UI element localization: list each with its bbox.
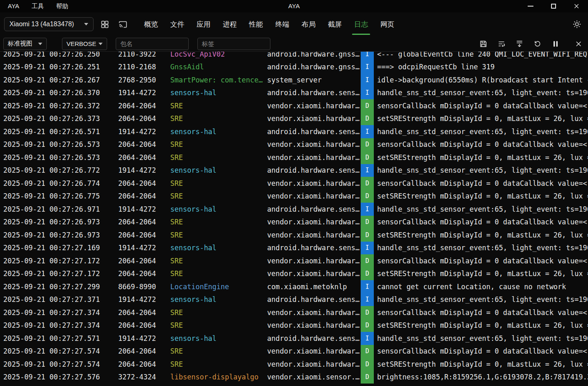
close-button[interactable] <box>565 0 588 12</box>
log-row[interactable]: 2025-09-21 00:27:26.774 2064-2064 SRE ve… <box>0 177 588 190</box>
window-title: AYA <box>0 0 588 12</box>
tab-performance[interactable]: 性能 <box>243 12 269 36</box>
log-pid-tid: 2064-2064 <box>115 231 167 239</box>
log-package: vendor.xiaomi.hardwar… <box>264 321 361 329</box>
log-row[interactable]: 2025-09-21 00:27:27.571 1914-4272 sensor… <box>0 332 588 345</box>
log-row[interactable]: 2025-09-21 00:27:27.172 2064-2064 SRE ve… <box>0 267 588 281</box>
log-row[interactable]: 2025-09-21 00:27:26.772 1914-4272 sensor… <box>0 164 588 177</box>
menu-aya[interactable]: AYA <box>2 0 25 12</box>
clear-log-button[interactable] <box>572 38 585 50</box>
log-message: sensorCallback mDisplayId = 0 dataCallba… <box>374 218 588 226</box>
log-level-badge: I <box>361 52 374 61</box>
log-row[interactable]: 2025-09-21 00:27:27.574 2064-2064 SRE ve… <box>0 345 588 358</box>
package-filter-input[interactable] <box>116 38 189 50</box>
log-level-badge: D <box>361 151 374 164</box>
log-view: 2025-09-21 00:27:26.250 2110-3922 LocSvc… <box>0 52 588 386</box>
log-row[interactable]: 2025-09-21 00:27:27.374 2064-2064 SRE ve… <box>0 319 588 332</box>
log-row[interactable]: 2025-09-21 00:27:26.573 2064-2064 SRE ve… <box>0 138 588 151</box>
restore-button[interactable] <box>531 38 544 50</box>
log-message: setSREStrength mDisplayId = 0, mLastLux … <box>374 270 588 278</box>
log-row[interactable]: 2025-09-21 00:27:26.250 2110-3922 LocSvc… <box>0 52 588 61</box>
log-package: android.hardware.sens… <box>264 295 361 304</box>
log-package: android.hardware.sens… <box>264 244 361 252</box>
log-row[interactable]: 2025-09-21 00:27:27.172 2064-2064 SRE ve… <box>0 254 588 267</box>
log-tag: SRE <box>167 114 264 123</box>
log-level-badge: D <box>361 112 374 126</box>
scroll-to-end-button[interactable] <box>513 38 526 50</box>
save-log-button[interactable] <box>477 38 490 50</box>
log-row[interactable]: 2025-09-21 00:27:26.775 2064-2064 SRE ve… <box>0 190 588 203</box>
log-package: vendor.xiaomi.hardwar… <box>264 114 361 123</box>
tab-terminal[interactable]: 终端 <box>269 12 295 36</box>
log-row[interactable]: 2025-09-21 00:27:27.576 3272-4324 libsen… <box>0 371 588 384</box>
log-toolbar: 标准视图 VERBOSE <box>0 36 588 52</box>
view-mode-select[interactable]: 标准视图 <box>3 38 47 50</box>
log-level-badge: D <box>361 216 374 229</box>
log-pid-tid: 1914-4272 <box>115 89 167 97</box>
log-pid-tid: 2064-2064 <box>115 308 167 317</box>
log-level-badge: D <box>361 306 374 319</box>
log-level-select[interactable]: VERBOSE <box>62 38 107 50</box>
log-row[interactable]: 2025-09-21 00:27:26.370 1914-4272 sensor… <box>0 87 588 100</box>
log-level-badge: D <box>361 358 374 371</box>
log-pid-tid: 8669-8990 <box>115 283 167 291</box>
tab-overview[interactable]: 概览 <box>138 12 164 36</box>
log-package: vendor.xiaomi.hardwar… <box>264 308 361 317</box>
log-message: sensorCallback mDisplayId = 0 dataCallba… <box>374 179 588 187</box>
maximize-button[interactable] <box>542 0 565 12</box>
log-message: sensorCallback mDisplayId = 0 dataCallba… <box>374 102 588 110</box>
tab-apps[interactable]: 应用 <box>190 12 217 36</box>
log-time: 2025-09-21 00:27:27.574 <box>0 347 115 355</box>
device-select-label: Xiaomi 13 (4a183478) <box>9 21 74 28</box>
log-row[interactable]: 2025-09-21 00:27:27.169 1914-4272 sensor… <box>0 242 588 255</box>
tag-filter-input[interactable] <box>197 38 270 50</box>
log-row[interactable]: 2025-09-21 00:27:26.973 2064-2064 SRE ve… <box>0 228 588 242</box>
log-row[interactable]: 2025-09-21 00:27:26.571 1914-4272 sensor… <box>0 125 588 138</box>
log-row[interactable]: 2025-09-21 00:27:26.267 2768-2950 SmartP… <box>0 73 588 87</box>
log-row[interactable]: 2025-09-21 00:27:26.251 2110-2168 GnssAi… <box>0 61 588 74</box>
tab-screenshot[interactable]: 截屏 <box>322 12 348 36</box>
log-row[interactable]: 2025-09-21 00:27:27.371 1914-4272 sensor… <box>0 293 588 306</box>
log-pid-tid: 2064-2064 <box>115 321 167 329</box>
log-pid-tid: 2064-2064 <box>115 114 167 123</box>
log-row[interactable]: 2025-09-21 00:27:26.573 2064-2064 SRE ve… <box>0 151 588 164</box>
tab-web[interactable]: 网页 <box>374 12 400 36</box>
log-package: android.hardware.sens… <box>264 89 361 97</box>
tab-logcat[interactable]: 日志 <box>348 12 374 36</box>
log-row[interactable]: 2025-09-21 00:27:26.971 1914-4272 sensor… <box>0 203 588 216</box>
log-row[interactable]: 2025-09-21 00:27:27.299 8669-8990 Locati… <box>0 280 588 293</box>
log-time: 2025-09-21 00:27:27.576 <box>0 373 115 381</box>
log-message: handle_sns_std_sensor_event:65, light_ev… <box>374 334 588 343</box>
log-time: 2025-09-21 00:27:26.774 <box>0 179 115 187</box>
log-time: 2025-09-21 00:27:26.973 <box>0 218 115 226</box>
log-row[interactable]: 2025-09-21 00:27:26.372 2064-2064 SRE ve… <box>0 99 588 112</box>
log-row[interactable]: 2025-09-21 00:27:27.374 2064-2064 SRE ve… <box>0 306 588 319</box>
maximize-icon <box>551 4 556 9</box>
screencast-button[interactable] <box>116 17 130 31</box>
log-time: 2025-09-21 00:27:27.371 <box>0 295 115 304</box>
settings-button[interactable] <box>570 17 584 31</box>
minimize-button[interactable] <box>519 0 542 12</box>
device-select[interactable]: Xiaomi 13 (4a183478) <box>4 17 94 31</box>
log-package: vendor.xiaomi.hardwar… <box>264 360 361 368</box>
tab-processes[interactable]: 进程 <box>217 12 243 36</box>
log-tag: SRE <box>167 153 264 162</box>
clear-icon <box>575 40 582 48</box>
log-row[interactable]: 2025-09-21 00:27:27.574 2064-2064 SRE ve… <box>0 358 588 371</box>
menu-help[interactable]: 帮助 <box>50 0 75 12</box>
tab-layout[interactable]: 布局 <box>295 12 322 36</box>
log-message: sensorCallback mDisplayId = 0 dataCallba… <box>374 347 588 355</box>
pause-button[interactable] <box>549 38 562 50</box>
tab-files[interactable]: 文件 <box>164 12 190 36</box>
soft-wrap-button[interactable] <box>495 38 508 50</box>
log-package: system_server <box>264 76 361 84</box>
log-package: vendor.xiaomi.hardwar… <box>264 192 361 200</box>
menu-tools[interactable]: 工具 <box>25 0 50 12</box>
log-tag: sensors-hal <box>167 205 264 213</box>
device-grid-button[interactable] <box>98 17 112 31</box>
log-row[interactable]: 2025-09-21 00:27:26.973 2064-2064 SRE ve… <box>0 216 588 229</box>
toolbar-actions <box>471 38 585 50</box>
log-level-badge: I <box>361 87 374 100</box>
log-row[interactable]: 2025-09-21 00:27:26.373 2064-2064 SRE ve… <box>0 112 588 126</box>
log-message: setSREStrength mDisplayId = 0, mLastLux … <box>374 153 588 162</box>
